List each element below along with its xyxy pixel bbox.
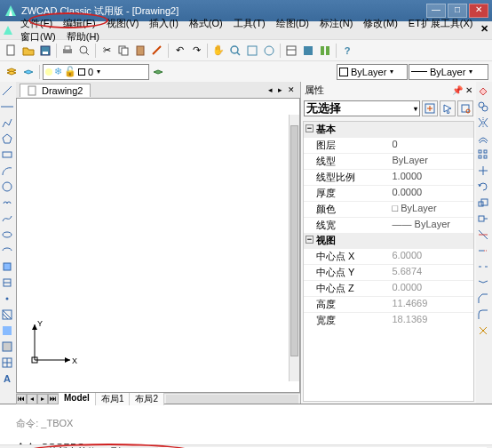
break-icon[interactable] — [476, 260, 490, 274]
explode-icon[interactable] — [476, 324, 490, 338]
new-icon[interactable] — [4, 43, 20, 59]
selection-combo[interactable]: 无选择▾ — [304, 100, 420, 116]
pickadd-icon[interactable] — [422, 100, 438, 116]
property-row[interactable]: 宽度18.1369 — [304, 312, 473, 328]
redo-icon[interactable]: ↷ — [188, 43, 204, 59]
menu-item[interactable]: 窗口(W) — [15, 29, 61, 44]
panel-close-icon[interactable]: ✕ — [465, 85, 472, 95]
horizontal-scrollbar[interactable] — [166, 395, 298, 404]
property-row[interactable]: 线型比例1.0000 — [304, 169, 473, 185]
print-icon[interactable] — [60, 43, 75, 59]
zoom-prev-icon[interactable] — [261, 43, 277, 59]
menu-item[interactable]: 绘图(D) — [271, 16, 314, 30]
property-row[interactable]: 线宽—— ByLayer — [304, 217, 473, 233]
vertical-scrollbar[interactable] — [289, 115, 299, 381]
model-tab[interactable]: Model — [59, 393, 96, 405]
tab-last-icon[interactable]: ⏭ — [48, 394, 59, 404]
scale-icon[interactable] — [476, 196, 490, 210]
model-tab[interactable]: 布局1 — [96, 393, 131, 405]
designcenter-icon[interactable] — [300, 43, 316, 59]
menu-item[interactable]: 标注(N) — [314, 16, 358, 30]
open-icon[interactable] — [20, 43, 36, 59]
property-row[interactable]: 高度11.4669 — [304, 296, 473, 312]
category-view[interactable]: −视图 — [304, 233, 473, 248]
preview-icon[interactable] — [76, 43, 92, 59]
select-icon[interactable] — [440, 100, 456, 116]
property-row[interactable]: 中心点 Z0.0000 — [304, 280, 473, 296]
hatch-icon[interactable] — [0, 308, 14, 322]
line-icon[interactable] — [0, 84, 14, 98]
layer-state-icon[interactable] — [20, 64, 36, 80]
property-row[interactable]: 厚度0.0000 — [304, 185, 473, 201]
mirror-icon[interactable] — [476, 116, 490, 130]
trim-icon[interactable] — [476, 228, 490, 242]
mtext-icon[interactable]: A — [0, 372, 14, 386]
document-tab[interactable]: Drawing2 — [20, 84, 91, 97]
ellipsearc-icon[interactable] — [0, 244, 14, 258]
menu-item[interactable]: 帮助(H) — [61, 29, 105, 44]
menu-item[interactable]: 修改(M) — [358, 16, 403, 30]
property-row[interactable]: 中心点 X6.0000 — [304, 248, 473, 264]
zoom-window-icon[interactable] — [244, 43, 260, 59]
model-viewport[interactable]: XY — [16, 98, 300, 393]
polyline-icon[interactable] — [0, 116, 14, 130]
pin-icon[interactable]: 📌 — [452, 85, 463, 95]
arc-icon[interactable] — [0, 164, 14, 178]
offset-icon[interactable] — [476, 132, 490, 146]
tab-next-icon[interactable]: ▸ — [37, 394, 48, 404]
stretch-icon[interactable] — [476, 212, 490, 226]
region-icon[interactable] — [0, 340, 14, 354]
tab-prev-icon[interactable]: ◂ — [266, 85, 274, 94]
property-row[interactable]: 颜色□ ByLayer — [304, 201, 473, 217]
property-row[interactable]: 线型ByLayer — [304, 153, 473, 169]
ellipse-icon[interactable] — [0, 228, 14, 242]
extend-icon[interactable] — [476, 244, 490, 258]
polygon-icon[interactable] — [0, 132, 14, 146]
layer-manager-icon[interactable] — [4, 64, 20, 80]
model-tab[interactable]: 布局2 — [130, 393, 164, 405]
property-row[interactable]: 图层0 — [304, 137, 473, 153]
menu-item[interactable]: 文件(F) — [15, 16, 58, 30]
category-basic[interactable]: −基本 — [304, 122, 473, 137]
tab-close-icon[interactable]: ✕ — [286, 85, 297, 94]
layer-prev-icon[interactable] — [150, 64, 166, 80]
circle-icon[interactable] — [0, 180, 14, 194]
copy-obj-icon[interactable] — [476, 100, 490, 114]
menu-item[interactable]: 格式(O) — [184, 16, 228, 30]
menu-item[interactable]: 编辑(E) — [58, 16, 101, 30]
array-icon[interactable] — [476, 148, 490, 162]
fillet-icon[interactable] — [476, 308, 490, 322]
tab-next-icon[interactable]: ▸ — [276, 85, 284, 94]
revcloud-icon[interactable] — [0, 196, 14, 210]
toolpalette-icon[interactable] — [317, 43, 333, 59]
erase-icon[interactable] — [476, 84, 490, 98]
table-icon[interactable] — [0, 356, 14, 370]
cut-icon[interactable]: ✂ — [99, 43, 115, 59]
insert-icon[interactable] — [0, 260, 14, 274]
menu-item[interactable]: 工具(T) — [228, 16, 271, 30]
chamfer-icon[interactable] — [476, 292, 490, 306]
layer-combo[interactable]: ❄ 🔓 0 ▾ — [43, 64, 149, 80]
menu-item[interactable]: 视图(V) — [101, 16, 145, 30]
tab-prev-icon[interactable]: ◂ — [27, 394, 37, 404]
props-icon[interactable] — [283, 43, 299, 59]
point-icon[interactable] — [0, 292, 14, 306]
close-document-button[interactable]: ✕ — [480, 23, 488, 35]
match-icon[interactable] — [149, 43, 165, 59]
menu-item[interactable]: ET扩展工具(X) — [403, 16, 479, 30]
rotate-icon[interactable] — [476, 180, 490, 194]
quickselect-icon[interactable] — [457, 100, 473, 116]
xline-icon[interactable] — [0, 100, 14, 114]
join-icon[interactable] — [476, 276, 490, 290]
help-icon[interactable]: ? — [339, 43, 355, 59]
linetype-combo[interactable]: ByLayer ▾ — [409, 64, 488, 80]
menu-item[interactable]: 插入(I) — [144, 16, 183, 30]
move-icon[interactable] — [476, 164, 490, 178]
color-combo[interactable]: ByLayer ▾ — [337, 64, 408, 80]
pan-icon[interactable]: ✋ — [210, 43, 226, 59]
zoom-icon[interactable] — [227, 43, 243, 59]
gradient-icon[interactable] — [0, 324, 14, 338]
tab-first-icon[interactable]: ⏮ — [16, 394, 27, 404]
save-icon[interactable] — [37, 43, 53, 59]
spline-icon[interactable] — [0, 212, 14, 226]
